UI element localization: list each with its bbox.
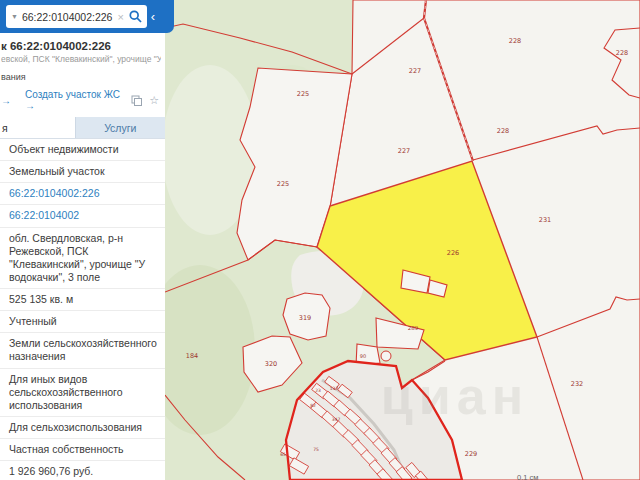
- parcel-title: к 66:22:0104002:226: [1, 40, 161, 52]
- parcel-attributes-list: Объект недвижимости Земельный участок 66…: [0, 139, 165, 480]
- parcel-label-226: 226: [447, 249, 459, 257]
- star-icon[interactable]: ☆: [149, 95, 159, 106]
- watermark: циан: [381, 367, 529, 425]
- clipped-label: вания: [1, 72, 161, 82]
- copy-icon[interactable]: [131, 95, 142, 106]
- attr-permitted-use: Для иных видов сельскохозяйственного исп…: [0, 369, 165, 417]
- attr-status: Учтенный: [0, 311, 165, 333]
- parcel-label-227: 227: [398, 147, 410, 155]
- parcel-label-320: 320: [265, 360, 277, 368]
- parcel-label-228: 228: [509, 37, 521, 45]
- attr-cadastral-quarter-link[interactable]: 66:22:0104002: [0, 205, 165, 227]
- parcel-label-229: 229: [465, 450, 477, 458]
- attr-land-category: Земли сельскохозяйственного назначения: [0, 333, 165, 368]
- parcel-label-227: 227: [409, 67, 421, 75]
- action-links-row: → Создать участок ЖС → ☆: [1, 89, 159, 111]
- attr-address: обл. Свердловская, р-н Режевской, ПСК "К…: [0, 228, 165, 290]
- search-input[interactable]: 66:22:0104002:226: [22, 11, 114, 23]
- parcel-pond[interactable]: [381, 351, 391, 361]
- parcel-label-137: 137: [330, 386, 339, 391]
- attr-use-by-document: Для сельхозиспользования: [0, 417, 165, 439]
- parcel-label-65: 65: [280, 452, 286, 457]
- search-header: ▼ 66:22:0104002:226 × ‹: [0, 0, 174, 33]
- parcel-label-23: 23: [315, 388, 321, 393]
- parcel-label-184: 184: [186, 352, 198, 360]
- clipped-link-arrow[interactable]: →: [1, 95, 11, 106]
- parcel-info-panel: к 66:22:0104002:226 евской, ПСК "Клеваки…: [0, 33, 165, 480]
- create-parcel-link[interactable]: Создать участок ЖС →: [25, 89, 131, 111]
- parcel-label-82: 82: [310, 403, 316, 408]
- parcel-label-225: 225: [277, 180, 289, 188]
- scale-label: 0.1 см: [517, 473, 538, 480]
- info-sidebar: к 66:22:0104002:226 евской, ПСК "Клеваки…: [0, 0, 165, 480]
- parcel-label-289: 289: [408, 325, 419, 331]
- parcel-label-232: 232: [571, 380, 583, 388]
- attr-cadastral-number-link[interactable]: 66:22:0104002:226: [0, 183, 165, 205]
- parcel-label-228: 228: [497, 127, 509, 135]
- attr-cadastral-value: 1 926 960,76 руб.: [0, 461, 165, 480]
- parcel-label-231: 231: [539, 216, 551, 224]
- tab-info[interactable]: я: [0, 117, 75, 138]
- attr-area: 525 135 кв. м: [0, 289, 165, 311]
- map-pane[interactable]: 2252252272272282282282262312322292899031…: [165, 0, 640, 480]
- attr-object-type: Объект недвижимости: [0, 139, 165, 161]
- collapse-panel-chevron[interactable]: ‹: [147, 0, 159, 33]
- tab-services[interactable]: Услуги: [75, 117, 165, 138]
- search-icon[interactable]: [128, 10, 147, 23]
- parcel-label-347: 347: [332, 417, 341, 422]
- parcel-label-319: 319: [299, 314, 311, 322]
- attr-ownership: Частная собственность: [0, 439, 165, 461]
- search-type-caret-icon[interactable]: ▼: [6, 13, 22, 20]
- attr-land-type: Земельный участок: [0, 161, 165, 183]
- parcel-label-75: 75: [313, 447, 319, 452]
- map-svg[interactable]: 2252252272272282282282262312322292899031…: [165, 0, 640, 480]
- parcel-label-90: 90: [360, 353, 366, 359]
- search-box[interactable]: ▼ 66:22:0104002:226 ×: [6, 5, 147, 28]
- parcel-label-225: 225: [297, 90, 309, 98]
- panel-tabs: я Услуги: [0, 117, 165, 139]
- parcel-address-short: евской, ПСК "Клевакинский", урочище "У: [1, 54, 161, 64]
- clear-search-icon[interactable]: ×: [114, 11, 128, 23]
- parcel-label-228: 228: [616, 49, 628, 57]
- panel-action-icons: ☆: [131, 95, 159, 106]
